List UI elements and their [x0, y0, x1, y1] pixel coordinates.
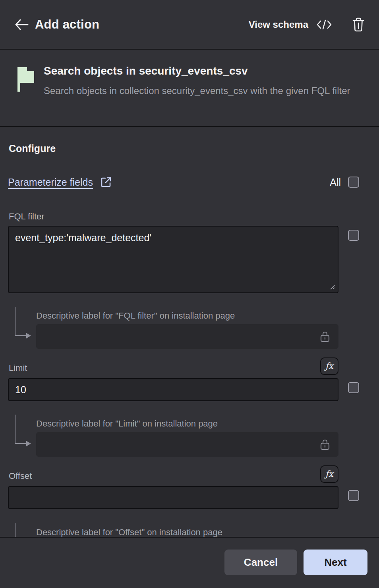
fx-icon: ƒx — [325, 469, 334, 480]
fql-desc-col: Descriptive label for "FQL filter" on in… — [36, 307, 338, 349]
limit-label: Limit — [9, 363, 27, 375]
flag-icon — [16, 66, 36, 92]
limit-input-wrap — [8, 378, 338, 401]
limit-parameterize-checkbox[interactable] — [348, 382, 359, 393]
fql-desc-input-wrap — [36, 324, 338, 349]
offset-label: Offset — [9, 471, 32, 483]
offset-desc-label: Descriptive label for "Offset" on instal… — [36, 527, 338, 537]
configure-heading: Configure — [9, 143, 379, 154]
offset-input-wrap — [8, 486, 338, 509]
fql-desc-input[interactable] — [36, 324, 338, 349]
action-description: Search objects in collection security_ev… — [44, 83, 362, 99]
limit-desc-input[interactable] — [36, 432, 338, 457]
parameterize-row: Parameterize fields All — [8, 175, 379, 189]
trash-icon — [352, 17, 364, 32]
flag-icon-wrap — [16, 65, 44, 126]
limit-desc-row: Descriptive label for "Limit" on install… — [8, 415, 379, 457]
fql-filter-row: event_type:'malware_detected' — [8, 226, 379, 293]
fql-filter-textarea[interactable]: event_type:'malware_detected' — [8, 226, 338, 293]
page-title: Add action — [35, 17, 99, 32]
code-icon[interactable] — [315, 16, 333, 33]
delete-action-button[interactable] — [350, 16, 367, 33]
action-summary: Search objects in security_events_csv Se… — [0, 50, 379, 126]
all-label: All — [330, 177, 341, 188]
fql-desc-label: Descriptive label for "FQL filter" on in… — [36, 311, 338, 321]
offset-fx-button[interactable]: ƒx — [320, 465, 338, 483]
fql-parameterize-checkbox[interactable] — [348, 230, 359, 241]
fql-filter-label: FQL filter — [9, 211, 379, 222]
configure-section: Configure Parameterize fields All FQL fi… — [0, 127, 379, 537]
header: Add action View schema — [0, 0, 379, 49]
external-link-icon[interactable] — [100, 176, 112, 188]
view-schema-button[interactable]: View schema — [249, 16, 333, 33]
offset-parameterize-checkbox[interactable] — [348, 490, 359, 501]
limit-input[interactable] — [8, 378, 338, 401]
action-title: Search objects in security_events_csv — [44, 65, 363, 77]
cancel-button[interactable]: Cancel — [224, 550, 297, 575]
view-schema-label: View schema — [249, 19, 308, 30]
limit-desc-col: Descriptive label for "Limit" on install… — [36, 415, 338, 457]
back-button[interactable] — [14, 17, 29, 33]
parameterize-all-checkbox[interactable] — [348, 177, 359, 188]
fql-input-wrap: event_type:'malware_detected' — [8, 226, 338, 293]
offset-input[interactable] — [8, 486, 338, 509]
offset-desc-row: Descriptive label for "Offset" on instal… — [8, 523, 379, 537]
connector-arrow-icon — [8, 415, 36, 457]
connector-arrow-icon — [8, 307, 36, 349]
add-action-panel: Add action View schema — [0, 0, 379, 588]
fql-checkbox-rail — [338, 226, 379, 241]
limit-row — [8, 378, 379, 401]
action-text: Search objects in security_events_csv Se… — [44, 65, 363, 126]
offset-label-row: Offset ƒx — [8, 465, 338, 483]
limit-desc-input-wrap — [36, 432, 338, 457]
offset-checkbox-rail — [338, 486, 379, 501]
offset-desc-col: Descriptive label for "Offset" on instal… — [36, 523, 338, 537]
fql-desc-row: Descriptive label for "FQL filter" on in… — [8, 307, 379, 349]
parameterize-fields-link[interactable]: Parameterize fields — [8, 177, 93, 188]
limit-fx-button[interactable]: ƒx — [320, 357, 338, 375]
connector-arrow-icon — [8, 523, 36, 537]
limit-label-row: Limit ƒx — [8, 357, 338, 375]
limit-desc-label: Descriptive label for "Limit" on install… — [36, 419, 338, 429]
back-arrow-icon — [14, 19, 29, 31]
limit-checkbox-rail — [338, 378, 379, 393]
next-button[interactable]: Next — [304, 550, 367, 575]
offset-row — [8, 486, 379, 509]
fx-icon: ƒx — [325, 361, 334, 372]
footer: Cancel Next — [0, 538, 379, 587]
